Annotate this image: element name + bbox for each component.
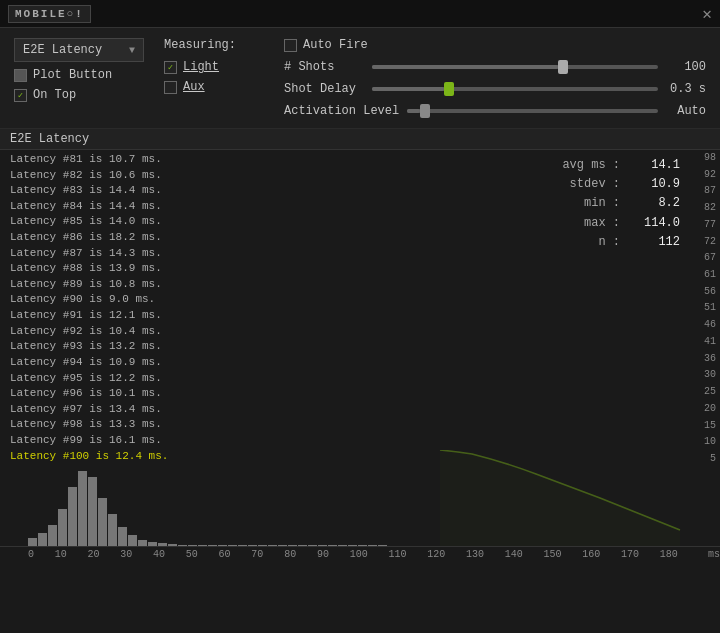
x-axis-label: 170 <box>621 549 639 560</box>
y-axis-label: 20 <box>690 403 716 414</box>
x-axis-label: 140 <box>505 549 523 560</box>
dropdown-label: E2E Latency <box>23 43 102 57</box>
x-axis-label: 40 <box>153 549 165 560</box>
log-line: Latency #94 is 10.9 ms. <box>10 355 480 371</box>
n-stat-row: n : 112 <box>500 233 680 252</box>
shots-slider-thumb[interactable] <box>558 60 568 74</box>
shot-delay-slider-thumb[interactable] <box>444 82 454 96</box>
light-row[interactable]: Light <box>164 60 264 74</box>
log-area: Latency #81 is 10.7 ms.Latency #82 is 10… <box>0 150 490 466</box>
log-line: Latency #95 is 12.2 ms. <box>10 371 480 387</box>
y-axis-label: 98 <box>690 152 716 163</box>
histogram-area <box>0 466 720 546</box>
max-label: max : <box>584 214 620 233</box>
app-logo: MOBILE○! <box>8 5 91 23</box>
x-axis-label: 120 <box>427 549 445 560</box>
x-axis-label: 0 <box>28 549 34 560</box>
on-top-row[interactable]: On Top <box>14 88 144 102</box>
activation-label: Activation Level <box>284 104 399 118</box>
plot-button-row[interactable]: Plot Button <box>14 68 144 82</box>
light-label: Light <box>183 60 219 74</box>
log-line: Latency #82 is 10.6 ms. <box>10 168 480 184</box>
x-axis-label: 30 <box>120 549 132 560</box>
controls-area: E2E Latency ▼ Plot Button On Top Measuri… <box>0 28 720 129</box>
log-line: Latency #91 is 12.1 ms. <box>10 308 480 324</box>
plot-button-checkbox[interactable] <box>14 69 27 82</box>
x-unit: ms <box>708 549 720 560</box>
shot-delay-slider-fill <box>372 87 444 91</box>
hist-bar <box>278 545 287 546</box>
shots-slider-row: # Shots 100 <box>284 60 706 74</box>
hist-bar <box>358 545 367 546</box>
y-axis-label: 30 <box>690 369 716 380</box>
x-axis-label: 10 <box>55 549 67 560</box>
x-axis-label: 100 <box>350 549 368 560</box>
stdev-stat-row: stdev : 10.9 <box>500 175 680 194</box>
y-axis-label: 87 <box>690 185 716 196</box>
x-axis-labels: 0102030405060708090100110120130140150160… <box>28 549 708 560</box>
shot-delay-slider-track[interactable] <box>372 87 658 91</box>
shots-value: 100 <box>666 60 706 74</box>
light-checkbox[interactable] <box>164 61 177 74</box>
close-button[interactable]: ✕ <box>702 4 712 24</box>
hist-bar <box>78 471 87 546</box>
hist-bar <box>158 543 167 546</box>
log-line: Latency #99 is 16.1 ms. <box>10 433 480 449</box>
aux-checkbox[interactable] <box>164 81 177 94</box>
activation-value: Auto <box>666 104 706 118</box>
y-axis-label: 5 <box>690 453 716 464</box>
x-axis-label: 130 <box>466 549 484 560</box>
min-label: min : <box>584 194 620 213</box>
log-line: Latency #84 is 14.4 ms. <box>10 199 480 215</box>
y-axis-label: 72 <box>690 236 716 247</box>
stats-panel: avg ms : 14.1 stdev : 10.9 min : 8.2 max… <box>490 150 690 466</box>
log-line: Latency #89 is 10.8 ms. <box>10 277 480 293</box>
log-line: Latency #86 is 18.2 ms. <box>10 230 480 246</box>
hist-bar <box>118 527 127 546</box>
y-axis-label: 92 <box>690 169 716 180</box>
log-line: Latency #97 is 13.4 ms. <box>10 402 480 418</box>
x-axis-label: 90 <box>317 549 329 560</box>
bottom-section: 0102030405060708090100110120130140150160… <box>0 466 720 562</box>
activation-slider-row: Activation Level Auto <box>284 104 706 118</box>
e2e-latency-dropdown[interactable]: E2E Latency ▼ <box>14 38 144 62</box>
hist-bar <box>68 487 77 546</box>
activation-slider-track[interactable] <box>407 109 658 113</box>
chart-title: E2E Latency <box>0 129 720 150</box>
shots-slider-track[interactable] <box>372 65 658 69</box>
autofire-checkbox[interactable] <box>284 39 297 52</box>
log-line: Latency #92 is 10.4 ms. <box>10 324 480 340</box>
hist-bar <box>138 540 147 546</box>
hist-bar <box>268 545 277 546</box>
main-chart: E2E Latency Latency #81 is 10.7 ms.Laten… <box>0 129 720 562</box>
y-axis-label: 25 <box>690 386 716 397</box>
hist-bar <box>218 545 227 546</box>
hist-bar <box>378 545 387 546</box>
log-line: Latency #98 is 13.3 ms. <box>10 417 480 433</box>
x-axis-label: 160 <box>582 549 600 560</box>
aux-label: Aux <box>183 80 205 94</box>
max-value: 114.0 <box>630 214 680 233</box>
on-top-label: On Top <box>33 88 76 102</box>
x-axis-label: 60 <box>219 549 231 560</box>
y-axis-label: 56 <box>690 286 716 297</box>
hist-bar <box>88 477 97 547</box>
y-axis-label: 61 <box>690 269 716 280</box>
x-axis-label: 180 <box>660 549 678 560</box>
autofire-row: Auto Fire <box>284 38 706 52</box>
avg-label: avg ms : <box>562 156 620 175</box>
hist-bar <box>348 545 357 546</box>
activation-slider-thumb[interactable] <box>420 104 430 118</box>
y-axis-label: 10 <box>690 436 716 447</box>
measuring-title: Measuring: <box>164 38 264 52</box>
max-stat-row: max : 114.0 <box>500 214 680 233</box>
y-axis-label: 15 <box>690 420 716 431</box>
hist-bar <box>108 514 117 546</box>
shot-delay-value: 0.3 s <box>666 82 706 96</box>
aux-row[interactable]: Aux <box>164 80 264 94</box>
log-line: Latency #88 is 13.9 ms. <box>10 261 480 277</box>
avg-stat-row: avg ms : 14.1 <box>500 156 680 175</box>
hist-bar <box>28 538 37 547</box>
stdev-label: stdev : <box>570 175 620 194</box>
on-top-checkbox[interactable] <box>14 89 27 102</box>
